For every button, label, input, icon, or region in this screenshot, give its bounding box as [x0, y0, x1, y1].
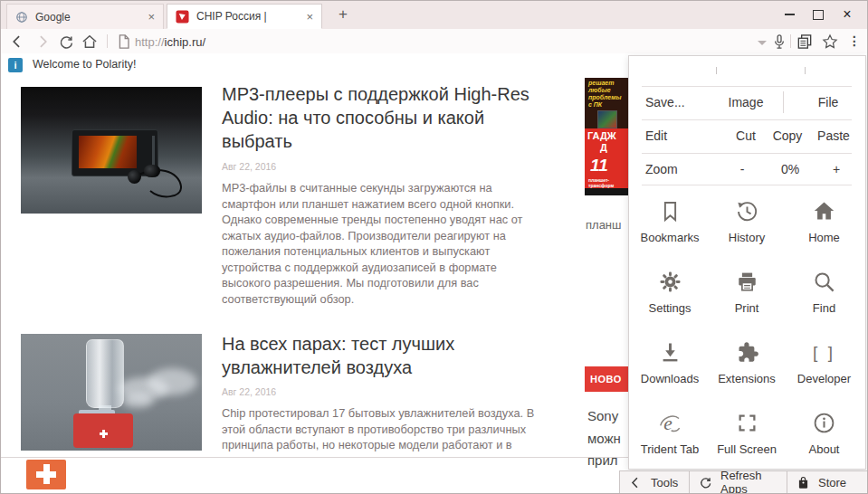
- menu-icon-grid: Bookmarks History Home: [629, 185, 865, 481]
- page-divider: [1, 457, 629, 458]
- tab-title: CHIP Россия |: [196, 10, 299, 23]
- menu-dots-button[interactable]: ⋮: [848, 33, 861, 50]
- tools-button[interactable]: Tools: [620, 471, 690, 493]
- article-date: Авг 22, 2016: [222, 386, 276, 397]
- chevron-left-icon: [628, 475, 644, 490]
- window-controls: ×: [775, 5, 862, 24]
- reading-list-icon[interactable]: [796, 33, 814, 51]
- aside-text-line: можн: [587, 431, 629, 446]
- menu-item-find[interactable]: Find: [783, 270, 865, 340]
- menu-item-bookmarks[interactable]: Bookmarks: [629, 199, 711, 270]
- new-tab-button[interactable]: +: [335, 5, 351, 24]
- url-host: ichip.ru/: [165, 35, 206, 49]
- article-body: Chip протестировал 17 бытовых увлажнител…: [222, 405, 540, 453]
- cover-band: ГАДЖ Д: [585, 128, 628, 156]
- globe-icon: [15, 11, 28, 24]
- cover-footer-band: [585, 188, 628, 195]
- brackets-icon: [ ]: [813, 340, 835, 365]
- earphones-wire-graphic: [107, 155, 193, 204]
- tab-bar: Google × CHIP Россия | × + ×: [1, 1, 867, 30]
- menu-edit-label: Edit: [645, 128, 667, 143]
- maximize-button[interactable]: [804, 5, 833, 24]
- aside-text-line: Sony: [587, 408, 629, 423]
- menu-edit-paste[interactable]: Paste: [805, 128, 863, 143]
- chip-favicon: [176, 10, 189, 24]
- url-scheme: http://: [135, 35, 165, 49]
- notification-message: Welcome to Polarity!: [33, 53, 136, 76]
- menu-item-home[interactable]: Home: [783, 199, 865, 270]
- menu-item-settings[interactable]: Settings: [629, 270, 711, 340]
- menu-item-print[interactable]: Print: [711, 270, 783, 340]
- earbud-graphic: [144, 165, 160, 177]
- browser-menu-popup: Save... Image File Edit Cut Copy Paste Z…: [628, 55, 866, 470]
- menu-item-history[interactable]: History: [711, 199, 783, 270]
- aside-text-line: прил: [587, 452, 629, 468]
- refresh-button[interactable]: [57, 33, 75, 51]
- store-button[interactable]: Store: [787, 471, 868, 493]
- maximize-icon: [813, 10, 824, 20]
- download-icon: [658, 340, 682, 365]
- tab-title: Google: [35, 11, 140, 24]
- history-icon: [735, 199, 759, 223]
- menu-item-downloads[interactable]: Downloads: [629, 340, 711, 411]
- plus-widget-icon[interactable]: [26, 460, 66, 489]
- cover-top: решает любые проблемы с ПК: [585, 78, 628, 128]
- menu-top-divider-tick: [716, 67, 717, 74]
- tab-close-icon[interactable]: ×: [306, 11, 313, 23]
- home-icon: [812, 199, 836, 223]
- menu-item-extensions[interactable]: Extensions: [711, 340, 783, 411]
- close-icon: ×: [843, 7, 851, 22]
- tab-close-icon[interactable]: ×: [148, 11, 155, 23]
- bookmark-icon: [658, 199, 682, 223]
- address-toolbar: http://ichip.ru/ ⋮: [1, 29, 867, 54]
- info-circle-icon: [812, 411, 836, 435]
- minimize-button[interactable]: [775, 5, 804, 24]
- fullscreen-icon: [735, 411, 759, 435]
- shopping-bag-icon: [796, 475, 811, 490]
- menu-item-developer[interactable]: [ ] Developer: [783, 340, 865, 411]
- printer-icon: [735, 270, 759, 294]
- article-title[interactable]: На всех парах: тест лучших увлажнителей …: [222, 332, 525, 379]
- cover-subtext: планшет- трансформ: [585, 177, 628, 188]
- article-title[interactable]: MP3-плееры с поддержкой High-Res Audio: …: [222, 82, 540, 153]
- menu-save-image[interactable]: Image: [717, 95, 775, 109]
- close-button[interactable]: ×: [833, 5, 862, 24]
- article-image-humidifier[interactable]: [21, 334, 202, 451]
- aside-caption: планш: [586, 218, 629, 232]
- cover-number: 11: [585, 156, 628, 177]
- magnifier-icon: [812, 270, 836, 294]
- toolbar-separator: [107, 34, 108, 48]
- cover-thumbnail: [597, 110, 617, 128]
- gear-icon: [658, 270, 682, 294]
- tab-chip-active[interactable]: CHIP Россия | ×: [167, 4, 322, 29]
- ie-trident-icon: e: [658, 411, 682, 435]
- home-button[interactable]: [81, 33, 99, 51]
- tab-google[interactable]: Google ×: [6, 4, 164, 29]
- menu-save-label: Save...: [645, 95, 685, 109]
- puzzle-icon: [735, 340, 759, 365]
- earbud-graphic: [128, 170, 141, 184]
- star-bookmark-icon[interactable]: [821, 33, 839, 51]
- page-icon[interactable]: [115, 33, 133, 51]
- forward-button[interactable]: [33, 33, 52, 51]
- menu-zoom-in[interactable]: +: [807, 162, 865, 176]
- article-body: MP3-файлы в считанные секунды загружаютс…: [222, 180, 540, 307]
- refresh-icon: [698, 475, 713, 490]
- news-badge: НОВО: [585, 366, 628, 392]
- water-bottle-graphic: [86, 339, 124, 408]
- browser-window: Google × CHIP Россия | × + ×: [0, 0, 868, 494]
- microphone-icon[interactable]: [770, 33, 788, 51]
- article-image-mp3-player[interactable]: [21, 87, 202, 214]
- magazine-cover-ad[interactable]: решает любые проблемы с ПК ГАДЖ Д 11 пла…: [585, 78, 628, 195]
- address-url[interactable]: http://ichip.ru/: [135, 35, 205, 49]
- menu-divider: [783, 91, 784, 113]
- toolbar-separator: [790, 34, 791, 48]
- refresh-apps-button[interactable]: Refresh Apps: [690, 471, 787, 493]
- back-button[interactable]: [8, 33, 26, 51]
- humidifier-graphic: [73, 413, 133, 448]
- caret-down-icon[interactable]: [758, 41, 767, 45]
- menu-zoom-label: Zoom: [645, 162, 678, 176]
- article-date: Авг 22, 2016: [222, 161, 276, 172]
- menu-footer-bar: Tools Refresh Apps Store: [619, 470, 868, 494]
- menu-save-file[interactable]: File: [799, 95, 857, 109]
